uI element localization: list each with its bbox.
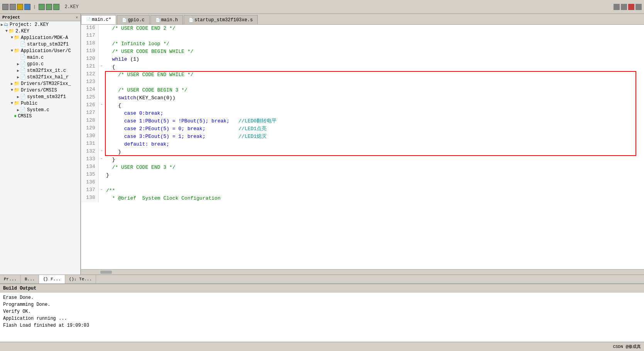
bottom-tab-build[interactable]: B... <box>21 275 39 283</box>
expand-icon-drivers-cmsis: ▼ <box>11 88 13 92</box>
tree-label-system: system_stm32f1 <box>27 94 66 100</box>
tab-main-h[interactable]: 📄 main.h <box>150 15 183 24</box>
toolbar-right-icon-4[interactable] <box>636 4 642 10</box>
line-number-128: 128 <box>81 117 98 125</box>
tree-item-drivers-cmsis[interactable]: ▼ 📁 Drivers/CMSIS <box>0 87 80 93</box>
line-number-132: 132 <box>81 148 98 156</box>
bottom-tab-templates-label: ()↓ Te... <box>69 277 92 281</box>
line-number-120: 120 <box>81 56 98 63</box>
code-content-116[interactable]: /* USER CODE END 2 */ <box>105 25 644 32</box>
code-content-130[interactable]: case 3:PEout(5) = 1; break; //LED1熄灭 <box>105 133 644 141</box>
tree-item-drivers-stm[interactable]: ▶ 📁 Drivers/STM32F1xx_ <box>0 80 80 87</box>
status-bar: CSDN @修成真 <box>0 342 644 351</box>
tab-main-c[interactable]: 📄 main.c* <box>81 15 116 24</box>
folder-icon-drivers-cmsis: 📁 <box>14 87 20 93</box>
tree-label-public: Public <box>21 101 37 106</box>
tree-item-public[interactable]: ▼ 📁 Public <box>0 100 80 107</box>
expand-icon-drivers-stm: ▶ <box>11 81 13 86</box>
toolbar-project-name: 2.KEY <box>65 4 79 10</box>
line-number-119: 119 <box>81 48 98 56</box>
tree-item-system-c[interactable]: ▶ 📄 System.c <box>0 107 80 113</box>
tree-item-main-c[interactable]: ▶ 📄 main.c <box>0 54 80 61</box>
bottom-tab-project[interactable]: Pr... <box>0 275 21 283</box>
toolbar-icon-2[interactable] <box>10 4 16 10</box>
line-number-130: 130 <box>81 133 98 141</box>
bottom-tab-functions[interactable]: {} F... <box>39 275 65 283</box>
line-marker-138 <box>98 195 105 202</box>
code-row-126: 126- { <box>81 102 644 110</box>
toolbar-right-icon-1[interactable] <box>614 4 620 10</box>
tree-label-user: Application/User/C <box>21 48 71 54</box>
tree-item-cmsis[interactable]: ▶ ♦ CMSIS <box>0 113 80 119</box>
code-row-133: 133- } <box>81 156 644 164</box>
toolbar-right-icon-3[interactable] <box>628 4 634 10</box>
code-editor[interactable]: 116 /* USER CODE END 2 */117118 /* Infin… <box>81 25 644 269</box>
build-line-1: Erase Done. <box>3 294 641 301</box>
line-number-117: 117 <box>81 32 98 40</box>
toolbar-right-icon-2[interactable] <box>621 4 627 10</box>
code-content-117[interactable] <box>105 32 644 40</box>
code-content-120[interactable]: while (1) <box>105 56 644 63</box>
tree-item-gpio[interactable]: ▶ 📄 gpio.c <box>0 61 80 67</box>
code-content-134[interactable]: /* USER CODE END 3 */ <box>105 164 644 171</box>
file-icon-system: 📄 <box>20 94 26 100</box>
line-marker-122 <box>98 71 105 79</box>
tree-item-mdk[interactable]: ▼ 📁 Application/MDK-A <box>0 34 80 41</box>
code-content-124[interactable]: /* USER CODE BEGIN 3 */ <box>105 86 644 94</box>
line-number-118: 118 <box>81 40 98 48</box>
bottom-tab-project-label: Pr... <box>4 277 17 281</box>
code-content-121[interactable]: { <box>105 63 644 71</box>
tree-item-user[interactable]: ▼ 📁 Application/User/C <box>0 47 80 54</box>
file-icon-hal: 📄 <box>20 74 26 80</box>
build-line-5: Flash Load finished at 19:09:03 <box>3 322 641 329</box>
code-content-137[interactable]: /** <box>105 187 644 195</box>
tree-label-system-c: System.c <box>27 107 49 113</box>
code-content-131[interactable]: default: break; <box>105 141 644 148</box>
code-content-129[interactable]: case 2:PEout(5) = 0; break; //LED1点亮 <box>105 125 644 133</box>
toolbar: | 2.KEY <box>0 0 644 14</box>
code-content-135[interactable]: } <box>105 171 644 179</box>
tree-item-2key[interactable]: ▼ 📁 2.KEY <box>0 28 80 34</box>
line-marker-121: - <box>98 63 105 71</box>
tree-item-system[interactable]: ▶ 📄 system_stm32f1 <box>0 93 80 100</box>
expand-icon-system-c: ▶ <box>17 108 19 112</box>
toolbar-icon-1[interactable] <box>2 4 8 10</box>
code-content-128[interactable]: case 1:PBout(5) = !PBout(5); break; //LE… <box>105 117 644 125</box>
tab-startup[interactable]: 📄 startup_stm32f103xe.s <box>184 15 258 24</box>
code-content-133[interactable]: } <box>105 156 644 164</box>
toolbar-icon-3[interactable] <box>17 4 23 10</box>
toolbar-icon-5[interactable] <box>39 4 45 10</box>
code-content-123[interactable] <box>105 79 644 86</box>
tree-item-hal[interactable]: ▶ 📄 stm32f1xx_hal_r <box>0 74 80 80</box>
code-content-119[interactable]: /* USER CODE BEGIN WHILE */ <box>105 48 644 56</box>
code-content-132[interactable]: } <box>105 148 644 156</box>
toolbar-icon-7[interactable] <box>53 4 59 10</box>
sidebar-close-button[interactable]: ✕ <box>76 15 78 20</box>
code-content-126[interactable]: { <box>105 102 644 110</box>
code-content-136[interactable] <box>105 179 644 187</box>
code-row-138: 138 * @brief System Clock Configuration <box>81 195 644 202</box>
toolbar-icon-6[interactable] <box>46 4 52 10</box>
expand-icon-it: ▶ <box>17 68 19 73</box>
code-content-125[interactable]: switch(KEY_Scan(0)) <box>105 94 644 102</box>
tree-item-it[interactable]: ▶ 📄 stm32f1xx_it.c <box>0 67 80 74</box>
toolbar-icon-4[interactable] <box>24 4 30 10</box>
code-row-129: 129 case 2:PEout(5) = 0; break; //LED1点亮 <box>81 125 644 133</box>
line-marker-123 <box>98 79 105 86</box>
code-row-116: 116 /* USER CODE END 2 */ <box>81 25 644 32</box>
bottom-tab-functions-label: {} F... <box>43 277 61 281</box>
bottom-tab-templates[interactable]: ()↓ Te... <box>65 275 96 283</box>
scrollbar-thumb[interactable] <box>100 271 112 274</box>
line-marker-131 <box>98 141 105 148</box>
tree-item-startup[interactable]: ▶ 📄 startup_stm32f1 <box>0 41 80 47</box>
tree-item-project[interactable]: ▶ 🗂 Project: 2.KEY <box>0 21 80 28</box>
code-content-127[interactable]: case 0:break; <box>105 110 644 117</box>
code-content-118[interactable]: /* Infinite loop */ <box>105 40 644 48</box>
build-output-panel: Build Output Erase Done. Programming Don… <box>0 284 644 342</box>
code-content-138[interactable]: * @brief System Clock Configuration <box>105 195 644 202</box>
tab-gpio-c[interactable]: 📄 gpio.c <box>117 15 149 24</box>
file-icon-system-c: 📄 <box>20 107 26 113</box>
code-content-122[interactable]: /* USER CODE END WHILE */ <box>105 71 644 79</box>
editor-area: 📄 main.c* 📄 gpio.c 📄 main.h 📄 startup_st… <box>81 14 644 275</box>
editor-scrollbar[interactable] <box>81 269 644 275</box>
